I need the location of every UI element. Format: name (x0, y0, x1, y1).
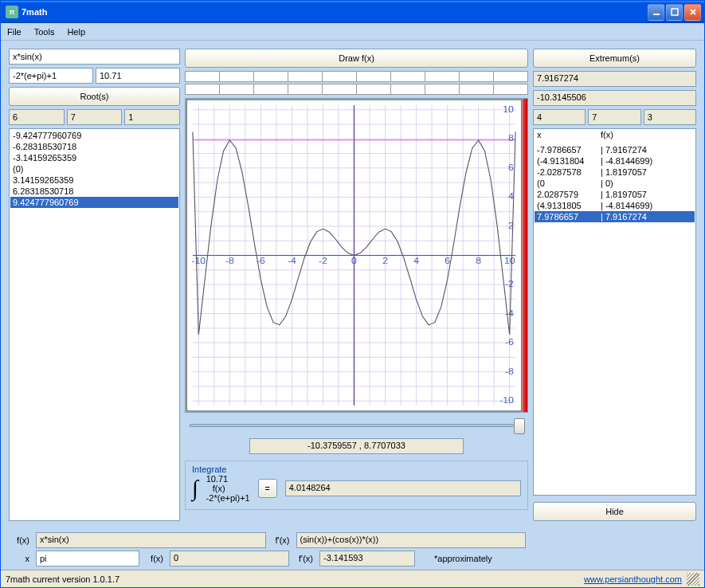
list-item[interactable]: 7.9786657| 7.9167274 (535, 211, 695, 222)
upper-bound-input[interactable] (96, 68, 180, 84)
integrate-panel: Integrate ∫ 10.71 f(x) -2*(e+pi)+1 = 4.0… (185, 461, 528, 510)
svg-text:6: 6 (508, 162, 514, 171)
color-bar-top (185, 71, 528, 95)
svg-text:-2: -2 (319, 255, 327, 265)
ext-list-header: xf(x) (535, 130, 695, 139)
list-item[interactable]: -2.0287578| 1.8197057 (535, 167, 695, 178)
integral-icon: ∫ (192, 476, 198, 501)
fpx2-value: -3.141593 (319, 551, 415, 566)
list-item[interactable]: (4.9131805| -4.8144699) (535, 200, 695, 211)
ext-param-1[interactable] (533, 109, 586, 125)
roots-param-2[interactable] (67, 109, 123, 125)
svg-rect-1 (672, 9, 678, 15)
svg-text:10: 10 (504, 255, 515, 265)
svg-text:2: 2 (382, 255, 388, 265)
hide-button[interactable]: Hide (533, 502, 696, 521)
approx-note: *approximately (418, 554, 492, 563)
roots-param-1[interactable] (9, 109, 65, 125)
svg-text:-4: -4 (288, 255, 296, 265)
fx-label: f(x) (9, 535, 33, 545)
svg-text:-8: -8 (225, 255, 234, 265)
menu-file[interactable]: File (7, 27, 22, 37)
function-input[interactable] (9, 49, 180, 65)
integrate-result: 4.0148264 (285, 480, 521, 496)
extremum-button[interactable]: Extremum(s) (533, 49, 696, 68)
svg-rect-0 (653, 14, 660, 15)
int-lower: -2*(e+pi)+1 (206, 493, 250, 503)
list-item[interactable]: -6.28318530718 (10, 141, 178, 152)
resize-grip-icon[interactable] (687, 573, 699, 586)
svg-text:-6: -6 (505, 337, 514, 347)
extremum-max: 7.9167274 (533, 71, 696, 87)
list-item[interactable]: (0| 0) (535, 178, 695, 189)
list-item[interactable]: 2.0287579| 1.8197057 (535, 189, 695, 200)
svg-text:-10: -10 (191, 255, 206, 265)
draw-button[interactable]: Draw f(x) (185, 49, 528, 68)
extremum-listbox[interactable]: xf(x)-7.9786657| 7.9167274(-4.9131804| -… (533, 128, 696, 496)
list-item[interactable]: 6.28318530718 (10, 186, 178, 197)
minimize-button[interactable] (648, 4, 664, 21)
zoom-slider[interactable] (185, 416, 528, 435)
svg-text:8: 8 (508, 133, 514, 143)
list-item[interactable]: (-4.9131804| -4.8144699) (535, 155, 695, 167)
x-input[interactable] (36, 551, 139, 566)
x-label: x (9, 554, 33, 563)
svg-text:10: 10 (503, 104, 514, 113)
int-upper: 10.71 (206, 474, 250, 484)
svg-text:8: 8 (476, 255, 481, 265)
menubar: File Tools Help (1, 23, 704, 41)
fx2-label: f(x) (143, 554, 166, 563)
menu-tools[interactable]: Tools (34, 27, 55, 37)
titlebar: π 7math (1, 1, 704, 23)
list-item[interactable]: -7.9786657| 7.9167274 (535, 144, 695, 155)
plot-right-bar (523, 99, 527, 412)
range-display: -10.3759557 , 8.7707033 (249, 438, 464, 454)
list-item[interactable]: -9.424777960769 (10, 130, 178, 141)
list-item[interactable]: -3.14159265359 (10, 152, 178, 163)
status-link[interactable]: www.persianthought.com (584, 574, 682, 584)
list-item[interactable]: 3.14159265359 (10, 174, 178, 186)
window-title: 7math (22, 7, 648, 17)
fx2-value: 0 (170, 551, 289, 566)
svg-text:4: 4 (413, 255, 419, 265)
extremum-min: -10.3145506 (533, 90, 696, 106)
fpx-value: (sin(x))+(cos(x))*(x)) (296, 532, 527, 548)
menu-help[interactable]: Help (67, 27, 85, 37)
svg-text:-2: -2 (505, 279, 514, 288)
roots-listbox[interactable]: -9.424777960769-6.28318530718-3.14159265… (9, 128, 180, 521)
close-button[interactable] (684, 4, 701, 21)
ext-param-2[interactable] (588, 109, 640, 125)
svg-text:-8: -8 (505, 366, 514, 375)
list-item[interactable]: 9.424777960769 (10, 197, 178, 208)
svg-text:-10: -10 (499, 395, 514, 405)
app-icon: π (6, 6, 18, 18)
roots-param-3[interactable] (124, 109, 180, 125)
integrate-label: Integrate (192, 465, 521, 474)
status-version: 7math current version 1.0.1.7 (6, 574, 119, 584)
int-mid: f(x) (206, 484, 250, 493)
statusbar: 7math current version 1.0.1.7 www.persia… (1, 570, 704, 587)
plot-area[interactable]: -10-8-6-4-20246810-10-8-6-4-2246810 (185, 98, 528, 413)
fpx2-label: f'(x) (292, 554, 316, 563)
svg-text:0: 0 (351, 255, 357, 265)
maximize-button[interactable] (666, 4, 683, 21)
roots-button[interactable]: Root(s) (9, 87, 180, 106)
fpx-label: f'(x) (269, 535, 293, 545)
svg-text:6: 6 (445, 255, 450, 265)
fx-value: x*sin(x) (36, 532, 266, 548)
lower-bound-input[interactable] (9, 68, 93, 84)
list-item[interactable]: (0) (10, 163, 178, 174)
ext-param-3[interactable] (644, 109, 696, 125)
integrate-button[interactable]: = (258, 479, 277, 498)
bottom-info: f(x) x*sin(x) f'(x) (sin(x))+(cos(x))*(x… (1, 529, 704, 570)
